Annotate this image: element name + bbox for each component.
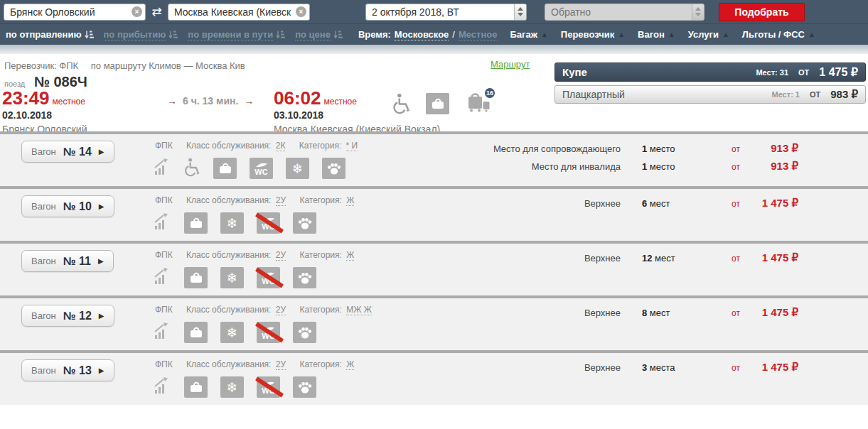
arrow-right-icon: → — [167, 95, 177, 107]
chevron-up-icon: ▲ — [722, 31, 729, 38]
seat-price[interactable]: 1 475 ₽ — [747, 197, 798, 210]
search-submit-button[interactable]: Подобрать — [719, 3, 805, 21]
duration-text: 6 ч. 13 мин. — [183, 95, 238, 107]
class-price: 1 475 ₽ — [819, 65, 858, 79]
wagon-button[interactable]: Вагон № 14 ▶ — [21, 141, 114, 163]
chevron-up-icon: ▲ — [808, 31, 815, 38]
chart-icon — [153, 267, 171, 288]
car-meta-line: ФПК Класс обслуживания: 2У Категория: МЖ… — [155, 305, 383, 315]
chevron-up-icon: ▲ — [668, 31, 675, 38]
class-price: 983 ₽ — [830, 88, 858, 101]
from-station-input[interactable] — [4, 4, 146, 21]
baggage-icon — [184, 376, 208, 398]
filter-baggage[interactable]: Багаж ▲ — [510, 29, 548, 40]
seat-price[interactable]: 1 475 ₽ — [747, 306, 798, 319]
date-field-wrap — [365, 4, 527, 21]
class-from-label: ОТ — [810, 90, 820, 99]
chevron-up-icon: ▲ — [541, 31, 548, 38]
filter-label: Вагон — [638, 29, 665, 40]
time-moscow-toggle[interactable]: Московское — [395, 29, 449, 40]
sort-icon — [276, 31, 285, 39]
wagon-button[interactable]: Вагон № 13 ▶ — [21, 359, 114, 381]
seat-price[interactable]: 913 ₽ — [747, 142, 798, 155]
sort-by-price[interactable]: по цене — [295, 29, 343, 40]
price-from-label: от — [732, 199, 747, 209]
category-value[interactable]: Ж — [346, 250, 354, 261]
category-label: Категория: — [299, 141, 341, 151]
search-bar: × ⇄ × Подобрать — [0, 0, 868, 23]
class-option-kupe[interactable]: Купе Мест: 31 ОТ 1 475 ₽ — [554, 63, 866, 82]
filter-car[interactable]: Вагон ▲ — [638, 29, 675, 40]
service-class-value[interactable]: 2К — [276, 141, 286, 151]
car-meta-line: ФПК Класс обслуживания: 2У Категория: Ж — [155, 359, 365, 369]
pets-icon — [293, 322, 316, 343]
chart-icon — [153, 376, 171, 398]
clear-from-icon[interactable]: × — [132, 6, 142, 17]
seat-offer-line: Верхнее12 местот1 475 ₽ — [393, 251, 798, 264]
category-value[interactable]: Ж — [346, 195, 354, 206]
wagon-button[interactable]: Вагон № 12 ▶ — [21, 305, 114, 327]
snowflake-icon: ❄ — [220, 212, 244, 234]
to-station-input[interactable] — [168, 4, 310, 21]
category-value[interactable]: Ж — [346, 359, 354, 370]
class-option-platzkart[interactable]: Плацкартный Мест: 1 ОТ 983 ₽ — [554, 85, 866, 104]
chevron-up-icon: ▲ — [618, 31, 625, 38]
sort-by-travel-time[interactable]: по времени в пути — [188, 29, 285, 40]
service-class-label: Класс обслуживания: — [186, 359, 271, 369]
return-down-icon[interactable] — [695, 13, 701, 16]
seat-price[interactable]: 1 475 ₽ — [747, 361, 798, 374]
snowflake-icon: ❄ — [220, 322, 244, 343]
return-up-icon[interactable] — [695, 7, 701, 11]
filter-carrier[interactable]: Перевозчик ▲ — [561, 29, 625, 40]
date-down-icon[interactable] — [518, 13, 523, 16]
sort-by-departure[interactable]: по отправлению — [6, 29, 94, 40]
clear-to-icon[interactable]: × — [296, 6, 306, 17]
date-input[interactable] — [365, 4, 527, 21]
seat-price[interactable]: 1 475 ₽ — [747, 251, 798, 264]
snowflake-icon: ❄ — [286, 158, 309, 179]
category-value[interactable]: МЖ Ж — [346, 305, 372, 315]
date-stepper[interactable] — [514, 4, 526, 20]
return-date-field-wrap — [545, 4, 704, 21]
return-date-input[interactable] — [545, 4, 704, 21]
car-row: Вагон № 14 ▶ ФПК Класс обслуживания: 2К … — [0, 131, 868, 186]
sort-label: по отправлению — [6, 29, 82, 40]
departure-block: 23:49местное 02.10.2018 Брянск Орловский — [2, 89, 162, 135]
from-field-wrap: × — [4, 4, 146, 21]
swap-stations-icon[interactable]: ⇄ — [146, 4, 168, 19]
wagon-button[interactable]: Вагон № 11 ▶ — [21, 250, 114, 272]
wheelchair-icon — [184, 158, 200, 180]
service-class-value[interactable]: 2У — [276, 305, 286, 315]
car-row: Вагон № 11 ▶ ФПК Класс обслуживания: 2У … — [0, 241, 868, 295]
date-up-icon[interactable] — [518, 7, 523, 11]
time-local-toggle[interactable]: Местное — [459, 29, 498, 40]
wagon-button-label: Вагон — [31, 201, 56, 212]
price-from-label: от — [732, 363, 747, 373]
service-class-value[interactable]: 2У — [276, 250, 286, 261]
route-link[interactable]: Маршрут — [491, 59, 530, 70]
service-class-label: Класс обслуживания: — [186, 195, 271, 205]
seat-price[interactable]: 913 ₽ — [747, 160, 798, 173]
snowflake-icon: ❄ — [220, 267, 244, 288]
play-icon: ▶ — [99, 366, 105, 374]
car-seats: Верхнее6 местот1 475 ₽ — [393, 197, 798, 210]
baggage-icon — [426, 93, 449, 114]
service-class-value[interactable]: 2У — [276, 359, 286, 370]
filter-services[interactable]: Услуги ▲ — [688, 29, 729, 40]
filter-label: Услуги — [688, 29, 719, 40]
wc-icon: WC — [250, 158, 273, 179]
service-class-value[interactable]: 2У — [276, 195, 286, 206]
time-slash: / — [452, 29, 455, 40]
wagon-number: № 10 — [63, 200, 92, 213]
pets-icon — [322, 158, 345, 179]
category-value[interactable]: * И — [346, 141, 358, 151]
wagon-button-label: Вагон — [31, 256, 56, 266]
wagon-button[interactable]: Вагон № 10 ▶ — [21, 195, 114, 217]
filter-benefits[interactable]: Льготы / ФСС ▲ — [742, 29, 815, 40]
return-date-stepper[interactable] — [692, 4, 704, 20]
carrier-line: Перевозчик: ФПК по маршруту Климов — Мос… — [4, 60, 245, 71]
sort-by-arrival[interactable]: по прибытию — [104, 29, 178, 40]
sort-icon — [168, 31, 178, 39]
play-icon: ▶ — [98, 257, 104, 265]
price-from-label: от — [732, 308, 747, 318]
